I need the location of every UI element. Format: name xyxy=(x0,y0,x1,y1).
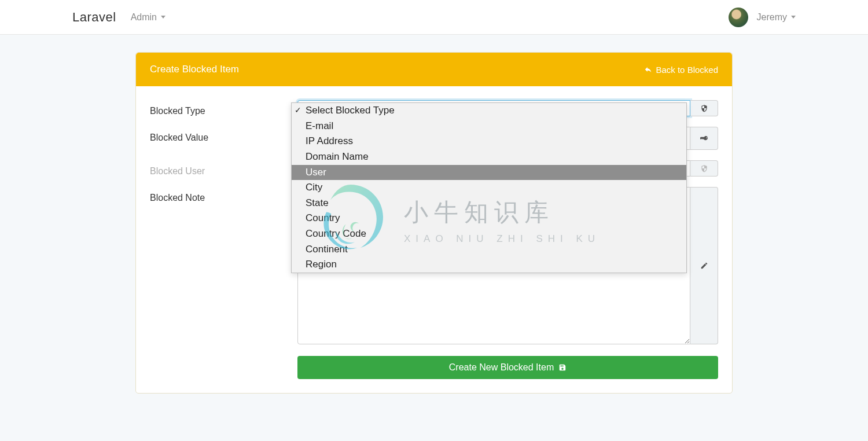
save-icon xyxy=(558,363,567,372)
dropdown-option[interactable]: State xyxy=(292,196,686,211)
chevron-down-icon xyxy=(791,16,796,19)
dropdown-option[interactable]: City xyxy=(292,180,686,196)
navbar: Laravel Admin Jeremy xyxy=(0,0,868,35)
user-menu[interactable]: Jeremy xyxy=(757,12,796,23)
dropdown-option[interactable]: Select Blocked Type xyxy=(292,103,686,119)
submit-wrap: Create New Blocked Item xyxy=(150,355,718,379)
key-icon xyxy=(700,134,708,142)
input-col-blocked-type: Select Blocked TypeE-mailIP AddressDomai… xyxy=(297,100,718,116)
user-menu-label: Jeremy xyxy=(757,12,787,23)
card-body: Blocked Type Select Blocked TypeE-mailIP… xyxy=(136,86,732,393)
dropdown-option[interactable]: Country xyxy=(292,211,686,226)
brand-logo[interactable]: Laravel xyxy=(72,10,116,25)
submit-label: Create New Blocked Item xyxy=(449,362,554,373)
dropdown-option[interactable]: Country Code xyxy=(292,226,686,242)
dropdown-option[interactable]: Continent xyxy=(292,242,686,258)
label-blocked-value: Blocked Value xyxy=(150,127,297,150)
label-blocked-user: Blocked User xyxy=(150,160,297,177)
chevron-down-icon xyxy=(161,16,165,19)
card-header: Create Blocked Item Back to Blocked xyxy=(136,53,732,86)
row-blocked-type: Blocked Type Select Blocked TypeE-mailIP… xyxy=(150,100,718,116)
nav-left: Laravel Admin xyxy=(72,10,165,25)
admin-menu[interactable]: Admin xyxy=(131,12,165,23)
label-blocked-type: Blocked Type xyxy=(150,100,297,116)
blocked-note-addon xyxy=(690,187,718,344)
card-title: Create Blocked Item xyxy=(150,64,239,75)
shield-icon xyxy=(700,164,708,172)
dropdown-option[interactable]: User xyxy=(292,165,686,181)
admin-menu-label: Admin xyxy=(131,12,157,23)
dropdown-option[interactable]: E-mail xyxy=(292,119,686,134)
reply-icon xyxy=(644,65,652,74)
back-label: Back to Blocked xyxy=(656,65,718,75)
page-wrap: Create Blocked Item Back to Blocked Bloc… xyxy=(0,35,868,411)
pencil-icon xyxy=(700,262,708,270)
blocked-type-dropdown[interactable]: Select Blocked TypeE-mailIP AddressDomai… xyxy=(291,102,687,273)
blocked-value-addon xyxy=(690,127,718,150)
label-blocked-note: Blocked Note xyxy=(150,187,297,344)
dropdown-option[interactable]: Domain Name xyxy=(292,149,686,165)
dropdown-option[interactable]: IP Address xyxy=(292,134,686,149)
nav-right: Jeremy xyxy=(729,8,796,27)
blocked-user-addon xyxy=(690,160,718,177)
blocked-type-addon xyxy=(690,100,718,116)
shield-icon xyxy=(700,104,708,112)
back-to-blocked-link[interactable]: Back to Blocked xyxy=(644,65,718,75)
avatar[interactable] xyxy=(729,8,748,27)
create-blocked-item-button[interactable]: Create New Blocked Item xyxy=(297,356,718,379)
dropdown-option[interactable]: Region xyxy=(292,257,686,273)
card: Create Blocked Item Back to Blocked Bloc… xyxy=(135,52,733,394)
